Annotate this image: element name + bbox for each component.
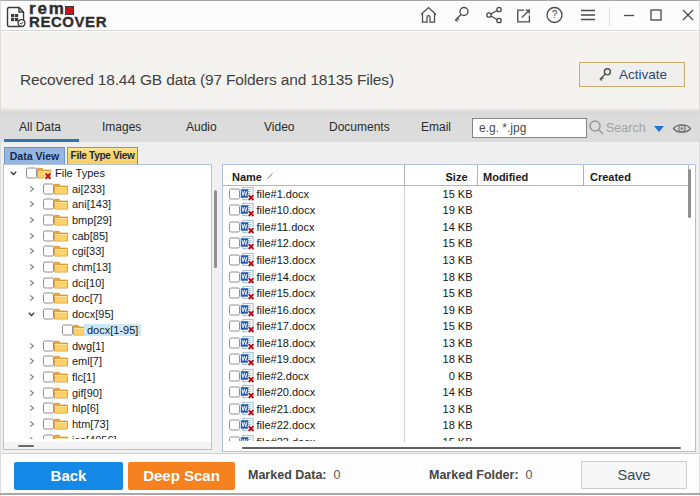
svg-text:?: ? bbox=[552, 9, 558, 20]
